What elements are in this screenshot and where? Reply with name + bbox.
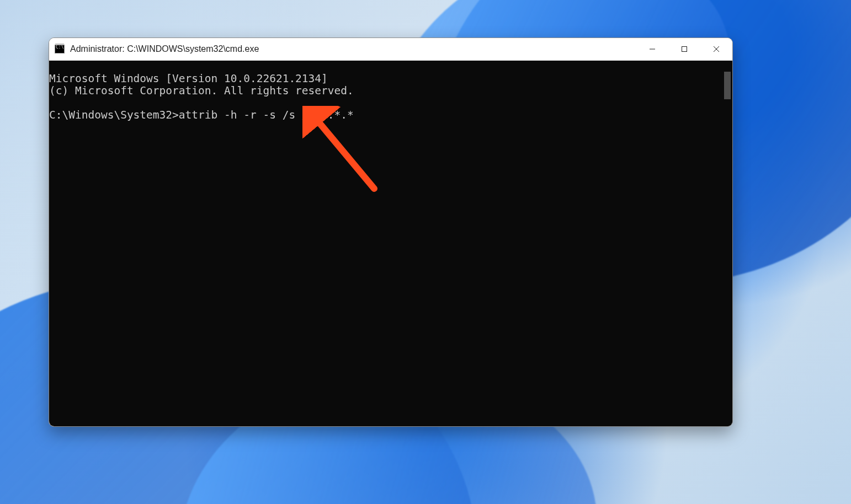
terminal-line: Microsoft Windows [Version 10.0.22621.21…: [49, 72, 328, 85]
cmd-icon: [55, 45, 65, 53]
cmd-window: Administrator: C:\WINDOWS\system32\cmd.e…: [49, 37, 733, 427]
terminal-area[interactable]: Microsoft Windows [Version 10.0.22621.21…: [49, 61, 732, 426]
svg-rect-1: [682, 47, 687, 52]
minimize-button[interactable]: [636, 38, 668, 60]
terminal-line: (c) Microsoft Corporation. All rights re…: [49, 84, 354, 97]
terminal-line: C:\Windows\System32>attrib -h -r -s /s /…: [49, 109, 354, 121]
terminal-output[interactable]: Microsoft Windows [Version 10.0.22621.21…: [49, 72, 722, 416]
window-titlebar[interactable]: Administrator: C:\WINDOWS\system32\cmd.e…: [49, 38, 732, 61]
window-controls: [636, 38, 732, 60]
terminal-scrollbar[interactable]: [722, 61, 732, 426]
maximize-button[interactable]: [668, 38, 700, 60]
window-title: Administrator: C:\WINDOWS\system32\cmd.e…: [70, 44, 259, 54]
close-button[interactable]: [700, 38, 732, 60]
scrollbar-thumb[interactable]: [724, 72, 731, 99]
